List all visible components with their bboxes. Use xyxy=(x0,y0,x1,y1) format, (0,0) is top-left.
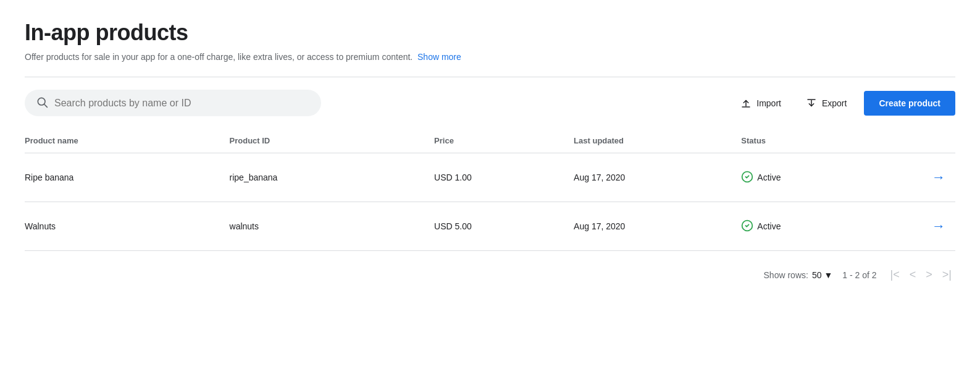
arrow-right-icon: → xyxy=(932,218,945,234)
header-divider xyxy=(25,77,955,77)
show-rows-control: Show rows: 50 ▼ xyxy=(764,270,833,280)
rows-per-page-select[interactable]: 50 ▼ xyxy=(812,270,832,280)
row-arrow-button[interactable]: → xyxy=(927,216,950,237)
col-header-updated: Last updated xyxy=(574,131,741,153)
col-header-action xyxy=(890,131,955,153)
last-page-button[interactable]: >| xyxy=(939,266,955,284)
page-subtitle: Offer products for sale in your app for … xyxy=(25,52,955,62)
col-header-id: Product ID xyxy=(230,131,435,153)
export-icon xyxy=(806,98,817,109)
active-status-icon xyxy=(741,171,753,185)
page-title: In-app products xyxy=(25,20,955,46)
products-table: Product name Product ID Price Last updat… xyxy=(25,131,955,251)
row-action-cell: → xyxy=(890,153,955,202)
svg-line-1 xyxy=(44,104,48,108)
export-button[interactable]: Export xyxy=(798,93,854,114)
dropdown-icon: ▼ xyxy=(824,270,832,280)
product-name: Ripe banana xyxy=(25,153,230,202)
status-cell: Active xyxy=(741,219,880,234)
product-price: USD 5.00 xyxy=(434,202,574,251)
search-input[interactable] xyxy=(54,98,310,109)
table-body: Ripe banana ripe_banana USD 1.00 Aug 17,… xyxy=(25,153,955,251)
next-page-button[interactable]: > xyxy=(922,266,936,284)
product-updated: Aug 17, 2020 xyxy=(574,153,741,202)
table-row: Walnuts walnuts USD 5.00 Aug 17, 2020 Ac… xyxy=(25,202,955,251)
header-row: Product name Product ID Price Last updat… xyxy=(25,131,955,153)
prev-page-button[interactable]: < xyxy=(906,266,920,284)
row-action-cell: → xyxy=(890,202,955,251)
import-icon xyxy=(740,98,752,109)
toolbar: Import Export Create product xyxy=(25,90,955,116)
status-label: Active xyxy=(757,221,781,231)
product-status: Active xyxy=(741,202,890,251)
pagination-bar: Show rows: 50 ▼ 1 - 2 of 2 |< < > >| xyxy=(25,261,955,284)
product-status: Active xyxy=(741,153,890,202)
col-header-status: Status xyxy=(741,131,890,153)
col-header-price: Price xyxy=(434,131,574,153)
search-box[interactable] xyxy=(25,90,321,116)
search-icon xyxy=(36,96,48,110)
status-cell: Active xyxy=(741,171,880,185)
first-page-button[interactable]: |< xyxy=(887,266,903,284)
table-row: Ripe banana ripe_banana USD 1.00 Aug 17,… xyxy=(25,153,955,202)
create-product-button[interactable]: Create product xyxy=(864,91,955,116)
rows-per-page-value: 50 xyxy=(812,270,822,280)
product-price: USD 1.00 xyxy=(434,153,574,202)
active-status-icon xyxy=(741,219,753,234)
product-id: ripe_banana xyxy=(230,153,435,202)
show-rows-label: Show rows: xyxy=(764,270,808,280)
page-container: In-app products Offer products for sale … xyxy=(0,0,980,299)
col-header-name: Product name xyxy=(25,131,230,153)
arrow-right-icon: → xyxy=(932,169,945,185)
nav-buttons: |< < > >| xyxy=(887,266,955,284)
import-button[interactable]: Import xyxy=(733,93,789,114)
product-name: Walnuts xyxy=(25,202,230,251)
show-more-link[interactable]: Show more xyxy=(417,52,461,62)
status-label: Active xyxy=(757,172,781,182)
product-updated: Aug 17, 2020 xyxy=(574,202,741,251)
product-id: walnuts xyxy=(230,202,435,251)
table-header: Product name Product ID Price Last updat… xyxy=(25,131,955,153)
page-info: 1 - 2 of 2 xyxy=(842,270,876,280)
row-arrow-button[interactable]: → xyxy=(927,167,950,188)
